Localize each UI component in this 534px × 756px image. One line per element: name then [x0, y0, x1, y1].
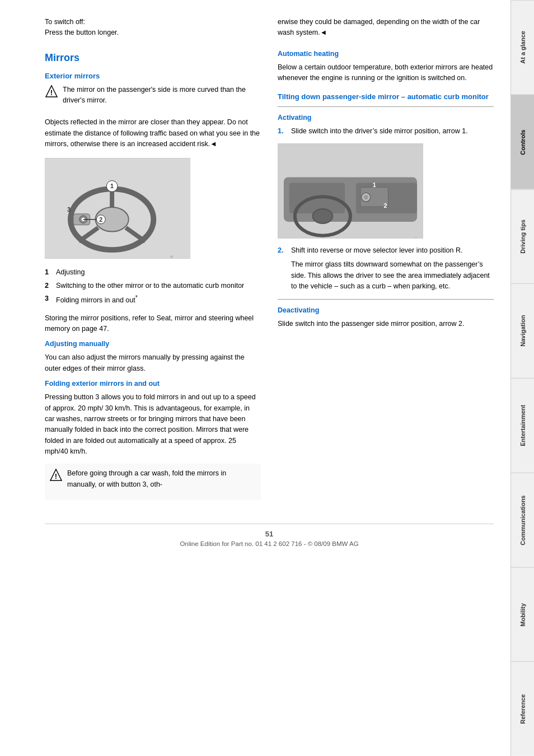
list-item-2: 2 Switching to the other mirror or to th…: [45, 281, 261, 291]
step-2-extra: The mirror glass tilts downward somewhat…: [291, 259, 494, 292]
activating-title: Activating: [278, 114, 494, 122]
warning-icon-1: !: [45, 85, 58, 98]
activating-steps: 1. Slide switch into the driver’s side m…: [278, 126, 494, 137]
footer-text: Online Edition for Part no. 01 41 2 602 …: [180, 540, 358, 547]
warning-text-1: The mirror on the passenger's side is mo…: [63, 85, 261, 106]
page-footer: 51 Online Edition for Part no. 01 41 2 6…: [45, 524, 494, 547]
tilting-title: Tilting down passenger-side mirror – aut…: [278, 92, 494, 102]
car-interior-diagram: 1 2 HIMEH0SCAB: [278, 143, 423, 239]
svg-text:1: 1: [373, 181, 376, 188]
warning-icon-2: !: [49, 468, 63, 482]
sidebar-tab-reference[interactable]: Reference: [511, 661, 534, 756]
svg-text:1: 1: [110, 183, 114, 190]
svg-text:2: 2: [99, 216, 102, 223]
automatic-heating-text: Below a certain outdoor temperature, bot…: [278, 62, 494, 84]
list-item-3: 3 Folding mirrors in and out*: [45, 293, 261, 306]
sidebar-tab-driving-tips[interactable]: Driving tips: [511, 189, 534, 284]
list-num-3: 3: [45, 293, 53, 306]
storing-text: Storing the mirror positions, refer to S…: [45, 313, 261, 335]
step-1-text: Slide switch into the driver’s side mirr…: [291, 127, 468, 135]
main-content: To switch off: Press the button longer. …: [0, 0, 510, 756]
adjusting-manually-title: Adjusting manually: [45, 340, 261, 348]
step-1-body: Slide switch into the driver’s side mirr…: [291, 126, 494, 137]
exterior-mirrors-title: Exterior mirrors: [45, 72, 261, 80]
svg-text:3: 3: [67, 206, 71, 213]
step-2-body: Shift into reverse or move selector leve…: [291, 245, 494, 292]
list-num-2: 2: [45, 281, 53, 291]
svg-text:2: 2: [384, 202, 387, 209]
list-num-1: 1: [45, 267, 53, 278]
page-number: 51: [45, 530, 494, 538]
switch-off-block: To switch off: Press the button longer.: [45, 17, 261, 38]
sidebar: At a glance Controls Driving tips Naviga…: [510, 0, 534, 756]
list-item-1: 1 Adjusting: [45, 267, 261, 278]
deactivating-title: Deactivating: [278, 306, 494, 314]
left-column: To switch off: Press the button longer. …: [45, 17, 261, 507]
svg-text:HIMFK11946: HIMFK11946: [170, 255, 174, 258]
svg-point-25: [313, 209, 333, 223]
continuation-text: erwise they could be damaged, depending …: [278, 17, 494, 39]
svg-text:!: !: [55, 472, 57, 480]
svg-point-28: [364, 195, 368, 199]
folding-text: Pressing button 3 allows you to fold mir…: [45, 392, 261, 457]
mirror-diagram: 1 3 2 HIMFK11946: [45, 158, 190, 259]
svg-text:!: !: [50, 88, 53, 97]
switch-off-label: To switch off:: [45, 17, 261, 27]
automatic-heating-title: Automatic heating: [278, 50, 494, 58]
step-num-2: 2.: [278, 245, 287, 292]
step-2-text: Shift into reverse or move selector leve…: [291, 245, 494, 256]
list-label-3: Folding mirrors in and out*: [56, 293, 138, 306]
activating-steps-2: 2. Shift into reverse or move selector l…: [278, 245, 494, 292]
numbered-list: 1 Adjusting 2 Switching to the other mir…: [45, 267, 261, 306]
step-num-1: 1.: [278, 126, 287, 137]
step-2: 2. Shift into reverse or move selector l…: [278, 245, 494, 292]
list-label-1: Adjusting: [56, 267, 85, 278]
sidebar-tab-mobility[interactable]: Mobility: [511, 567, 534, 662]
sidebar-tab-at-a-glance[interactable]: At a glance: [511, 0, 534, 95]
mirrors-title: Mirrors: [45, 52, 261, 64]
sidebar-tab-communications[interactable]: Communications: [511, 473, 534, 567]
sidebar-tab-entertainment[interactable]: Entertainment: [511, 378, 534, 473]
exterior-mirrors-body: Objects reflected in the mirror are clos…: [45, 117, 261, 150]
folding-title: Folding exterior mirrors in and out: [45, 380, 261, 388]
warning-inline-text: Before going through a car wash, fold th…: [67, 468, 256, 490]
sidebar-tab-controls[interactable]: Controls: [511, 95, 534, 189]
list-label-2: Switching to the other mirror or to the …: [56, 281, 244, 291]
warning-block-1: ! The mirror on the passenger's side is …: [45, 85, 261, 112]
step-1: 1. Slide switch into the driver’s side m…: [278, 126, 494, 137]
deactivating-text: Slide switch into the passenger side mir…: [278, 319, 494, 329]
warning-inline: ! Before going through a car wash, fold …: [45, 464, 261, 500]
divider-1: [278, 106, 494, 107]
sidebar-tab-navigation[interactable]: Navigation: [511, 283, 534, 378]
right-column: erwise they could be damaged, depending …: [278, 17, 494, 507]
adjusting-manually-text: You can also adjust the mirrors manually…: [45, 352, 261, 374]
divider-2: [278, 299, 494, 300]
switch-off-text: Press the button longer.: [45, 27, 261, 38]
